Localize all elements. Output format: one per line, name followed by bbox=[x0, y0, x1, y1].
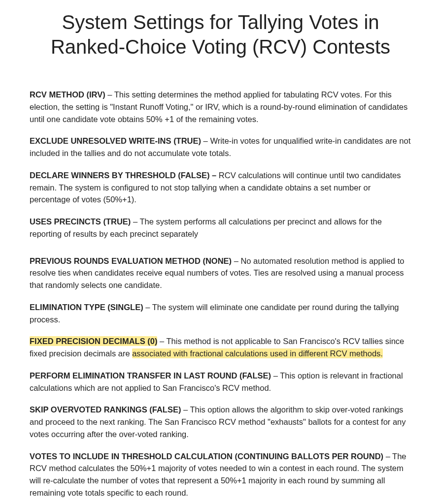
page-title: System Settings for Tallying Votes in Ra… bbox=[30, 10, 411, 59]
setting-entry: USES PRECINCTS (TRUE) – The system perfo… bbox=[30, 216, 411, 240]
setting-label: ELIMINATION TYPE (SINGLE) bbox=[30, 303, 143, 312]
highlight: FIXED PRECISION DECIMALS (0) bbox=[30, 336, 157, 346]
setting-entry: VOTES TO INCLUDE IN THRESHOLD CALCULATIO… bbox=[30, 450, 411, 499]
setting-label: DECLARE WINNERS BY THRESHOLD (FALSE) – bbox=[30, 171, 216, 180]
highlight: associated with fractional calculations … bbox=[132, 348, 383, 358]
setting-entry: FIXED PRECISION DECIMALS (0) – This meth… bbox=[30, 335, 411, 360]
setting-label: USES PRECINCTS (TRUE) bbox=[30, 217, 131, 226]
setting-entry: ELIMINATION TYPE (SINGLE) – The system w… bbox=[30, 301, 411, 326]
setting-entry: DECLARE WINNERS BY THRESHOLD (FALSE) – R… bbox=[30, 169, 411, 206]
setting-label: VOTES TO INCLUDE IN THRESHOLD CALCULATIO… bbox=[30, 452, 383, 461]
setting-label: PREVIOUS ROUNDS EVALUATION METHOD (NONE) bbox=[30, 256, 232, 265]
settings-list: RCV METHOD (IRV) – This setting determin… bbox=[30, 89, 411, 504]
setting-entry: PERFORM ELIMINATION TRANSFER IN LAST ROU… bbox=[30, 370, 411, 394]
setting-label: FIXED PRECISION DECIMALS (0) bbox=[30, 337, 157, 346]
setting-label: PERFORM ELIMINATION TRANSFER IN LAST ROU… bbox=[30, 371, 271, 380]
setting-label: EXCLUDE UNRESOLVED WRITE-INS (TRUE) bbox=[30, 136, 201, 145]
setting-label: SKIP OVERVOTED RANKINGS (FALSE) bbox=[30, 405, 181, 414]
document-page: System Settings for Tallying Votes in Ra… bbox=[0, 0, 441, 504]
spacer bbox=[30, 250, 411, 255]
setting-label: RCV METHOD (IRV) bbox=[30, 90, 105, 99]
setting-entry: PREVIOUS ROUNDS EVALUATION METHOD (NONE)… bbox=[30, 255, 411, 291]
setting-entry: EXCLUDE UNRESOLVED WRITE-INS (TRUE) – Wr… bbox=[30, 135, 411, 159]
setting-entry: RCV METHOD (IRV) – This setting determin… bbox=[30, 89, 411, 125]
setting-entry: SKIP OVERVOTED RANKINGS (FALSE) – This o… bbox=[30, 404, 411, 440]
